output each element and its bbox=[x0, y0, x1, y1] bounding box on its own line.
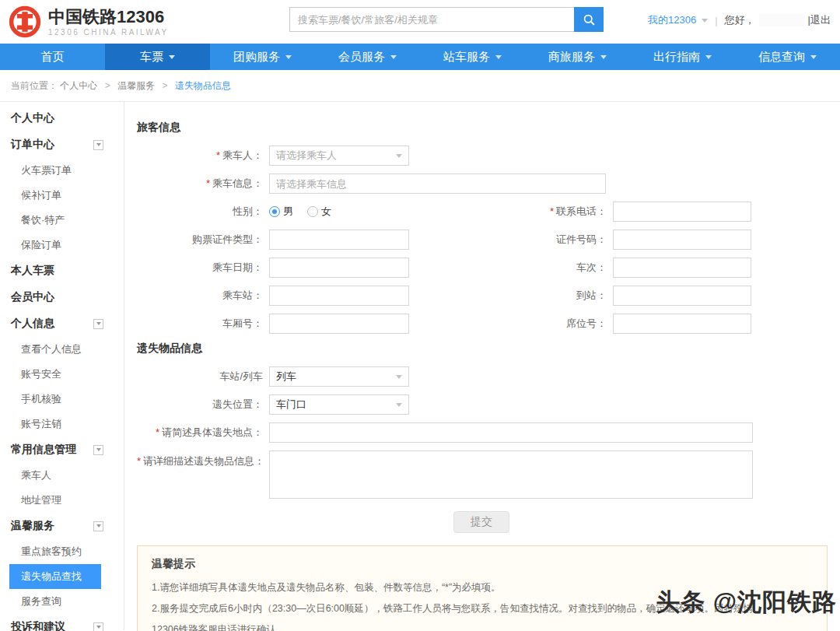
nav-item-member-services[interactable]: 会员服务 bbox=[315, 44, 420, 70]
nav-item-home[interactable]: 首页 bbox=[0, 44, 105, 70]
sidebar-item-account-cancellation[interactable]: 账号注销 bbox=[0, 412, 124, 436]
train-no-label: 车次： bbox=[414, 261, 613, 275]
nav-item-group-services[interactable]: 团购服务 bbox=[210, 44, 315, 70]
id-type-label: 购票证件类型： bbox=[137, 233, 269, 247]
sidebar-item-lost-items-search[interactable]: 遗失物品查找 bbox=[9, 564, 101, 589]
greeting-text: 您好， bbox=[725, 13, 755, 27]
sidebar-item-personal-center[interactable]: 个人中心 bbox=[0, 105, 124, 131]
logo-text: 中国铁路12306 12306 CHINA RAILWAY bbox=[48, 8, 169, 37]
id-number-input[interactable] bbox=[613, 230, 751, 250]
chevron-down-icon bbox=[810, 55, 817, 59]
seat-no-input[interactable] bbox=[613, 314, 751, 334]
sidebar-item-phone-verification[interactable]: 手机核验 bbox=[0, 387, 124, 412]
breadcrumb-personal-center[interactable]: 个人中心 bbox=[60, 80, 97, 91]
nav-item-tickets[interactable]: 车票 bbox=[105, 44, 210, 70]
sidebar-item-waitlist-orders[interactable]: 候补订单 bbox=[0, 183, 124, 208]
chevron-down-icon bbox=[396, 154, 402, 158]
main-nav: 首页 车票 团购服务 会员服务 站车服务 商旅服务 出行指南 信息查询 bbox=[0, 44, 840, 70]
sidebar-label: 个人中心 bbox=[11, 111, 54, 125]
form-row: *乘车人： 请选择乘车人 bbox=[137, 145, 828, 166]
sidebar-item-key-passenger-reservation[interactable]: 重点旅客预约 bbox=[0, 539, 124, 564]
breadcrumb-separator: > bbox=[162, 80, 167, 91]
content-area: 个人中心 订单中心 火车票订单 候补订单 餐饮·特产 保险订单 本人车票 会员中… bbox=[0, 102, 840, 630]
form-row: 乘车日期： 车次： bbox=[137, 258, 828, 278]
collapse-icon[interactable] bbox=[93, 521, 103, 531]
logo: 中国铁路12306 12306 CHINA RAILWAY bbox=[8, 5, 169, 39]
nav-item-travel-guide[interactable]: 出行指南 bbox=[630, 44, 735, 70]
radio-female[interactable]: 女 bbox=[307, 205, 331, 219]
lost-position-select[interactable]: 车门口 bbox=[269, 394, 409, 415]
breadcrumb-prefix: 当前位置： bbox=[11, 80, 58, 91]
nav-item-station-services[interactable]: 站车服务 bbox=[420, 44, 525, 70]
china-railway-logo-icon bbox=[8, 5, 42, 39]
required-mark: * bbox=[216, 149, 220, 161]
sidebar-item-member-center[interactable]: 会员中心 bbox=[0, 284, 124, 310]
ride-date-label: 乘车日期： bbox=[137, 261, 269, 275]
divider: | bbox=[715, 15, 717, 26]
ride-date-input[interactable] bbox=[269, 258, 409, 278]
radio-male[interactable]: 男 bbox=[269, 205, 293, 219]
sidebar-item-passengers[interactable]: 乘车人 bbox=[0, 463, 124, 488]
my-12306-link[interactable]: 我的12306 bbox=[648, 13, 696, 27]
logo-title: 中国铁路12306 bbox=[48, 8, 169, 26]
carriage-no-input[interactable] bbox=[269, 314, 409, 334]
sidebar-item-personal-info[interactable]: 个人信息 bbox=[0, 310, 124, 337]
collapse-icon[interactable] bbox=[93, 622, 103, 631]
breadcrumb-lost-items[interactable]: 遗失物品信息 bbox=[175, 80, 231, 91]
lost-place-input[interactable] bbox=[269, 422, 753, 443]
form-row: 乘车站： 到站： bbox=[137, 286, 828, 306]
search-input[interactable] bbox=[289, 7, 574, 32]
chevron-down-icon bbox=[396, 375, 402, 379]
arrive-station-input[interactable] bbox=[613, 286, 751, 306]
sidebar-item-service-query[interactable]: 服务查询 bbox=[0, 589, 124, 614]
sidebar-label: 订单中心 bbox=[11, 138, 54, 152]
sidebar-item-order-center[interactable]: 订单中心 bbox=[0, 131, 124, 158]
passenger-select[interactable]: 请选择乘车人 bbox=[269, 145, 409, 166]
lost-position-label: 遗失位置： bbox=[137, 398, 269, 412]
sidebar-item-address-mgmt[interactable]: 地址管理 bbox=[0, 488, 124, 513]
gender-radio-group: 男 女 bbox=[269, 205, 414, 219]
sidebar-item-warm-services[interactable]: 温馨服务 bbox=[0, 513, 124, 539]
collapse-icon[interactable] bbox=[93, 445, 103, 455]
passenger-label: *乘车人： bbox=[137, 149, 269, 163]
collapse-icon[interactable] bbox=[93, 140, 103, 150]
username-blurred bbox=[759, 14, 804, 26]
sidebar-item-common-info-mgmt[interactable]: 常用信息管理 bbox=[0, 436, 124, 463]
nav-label: 商旅服务 bbox=[548, 50, 595, 65]
lost-desc-textarea[interactable] bbox=[269, 450, 753, 499]
arrive-station-label: 到站： bbox=[414, 289, 613, 303]
sidebar-item-catering-specialty[interactable]: 餐饮·特产 bbox=[0, 208, 124, 233]
board-station-input[interactable] bbox=[269, 286, 409, 306]
station-or-train-label: 车站/列车 bbox=[137, 370, 269, 384]
train-no-input[interactable] bbox=[613, 258, 751, 278]
top-header: 中国铁路12306 12306 CHINA RAILWAY 我的12306 | … bbox=[0, 0, 840, 44]
search-button[interactable] bbox=[574, 7, 604, 32]
breadcrumb: 当前位置： 个人中心 > 温馨服务 > 遗失物品信息 bbox=[0, 70, 840, 102]
sidebar-item-account-security[interactable]: 账号安全 bbox=[0, 362, 124, 387]
sidebar-item-insurance-orders[interactable]: 保险订单 bbox=[0, 233, 124, 258]
nav-label: 车票 bbox=[140, 50, 163, 65]
submit-button[interactable]: 提交 bbox=[453, 511, 509, 533]
station-or-train-select[interactable]: 列车 bbox=[269, 366, 409, 387]
passenger-info-title: 旅客信息 bbox=[137, 121, 828, 135]
nav-label: 信息查询 bbox=[758, 50, 805, 65]
radio-unchecked-icon bbox=[307, 206, 318, 217]
id-type-input[interactable] bbox=[269, 230, 409, 250]
contact-phone-label: *联系电话： bbox=[414, 205, 613, 219]
user-links: 我的12306 | 您好， |退出 bbox=[648, 13, 831, 27]
gender-label: 性别： bbox=[137, 205, 269, 219]
sidebar-item-train-ticket-orders[interactable]: 火车票订单 bbox=[0, 158, 124, 183]
sidebar-item-my-tickets[interactable]: 本人车票 bbox=[0, 258, 124, 284]
breadcrumb-warm-services[interactable]: 温馨服务 bbox=[117, 80, 155, 91]
ride-info-input[interactable] bbox=[269, 174, 606, 194]
logout-link[interactable]: |退出 bbox=[808, 13, 831, 27]
chevron-down-icon bbox=[285, 55, 292, 59]
form-row: *乘车信息： bbox=[137, 174, 828, 194]
collapse-icon[interactable] bbox=[93, 319, 103, 329]
sidebar-item-view-personal-info[interactable]: 查看个人信息 bbox=[0, 337, 124, 362]
contact-phone-input[interactable] bbox=[613, 202, 751, 222]
sidebar-item-complaints-suggestions[interactable]: 投诉和建议 bbox=[0, 614, 124, 631]
nav-item-info-query[interactable]: 信息查询 bbox=[735, 44, 840, 70]
chevron-down-icon bbox=[390, 55, 397, 59]
nav-item-business-travel[interactable]: 商旅服务 bbox=[525, 44, 630, 70]
